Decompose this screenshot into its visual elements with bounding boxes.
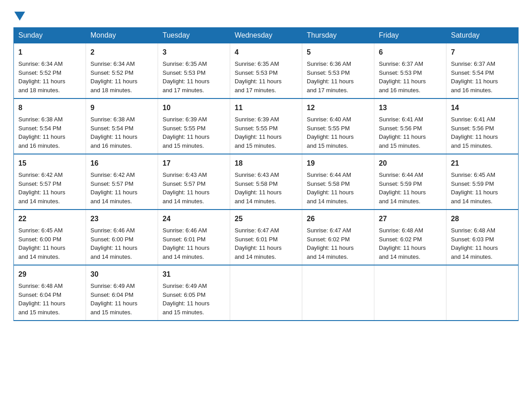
calendar-cell: 1 Sunrise: 6:34 AM Sunset: 5:52 PM Dayli… (14, 43, 86, 99)
day-info: Sunrise: 6:44 AM Sunset: 5:58 PM Dayligh… (307, 171, 354, 205)
day-info: Sunrise: 6:47 AM Sunset: 6:02 PM Dayligh… (307, 227, 354, 260)
logo-triangle-icon (14, 12, 25, 21)
day-number: 9 (90, 103, 153, 113)
calendar-week-5: 29 Sunrise: 6:48 AM Sunset: 6:04 PM Dayl… (14, 265, 519, 321)
day-info: Sunrise: 6:48 AM Sunset: 6:04 PM Dayligh… (18, 283, 65, 316)
day-number: 24 (163, 214, 225, 224)
calendar-cell (446, 265, 519, 321)
calendar-cell: 16 Sunrise: 6:42 AM Sunset: 5:57 PM Dayl… (86, 154, 158, 210)
calendar-week-1: 1 Sunrise: 6:34 AM Sunset: 5:52 PM Dayli… (14, 43, 519, 99)
calendar-cell: 9 Sunrise: 6:38 AM Sunset: 5:54 PM Dayli… (86, 98, 158, 154)
calendar-body: 1 Sunrise: 6:34 AM Sunset: 5:52 PM Dayli… (14, 43, 519, 321)
calendar-cell: 12 Sunrise: 6:40 AM Sunset: 5:55 PM Dayl… (302, 98, 374, 154)
day-info: Sunrise: 6:46 AM Sunset: 6:01 PM Dayligh… (163, 227, 210, 260)
day-number: 5 (307, 47, 369, 58)
day-info: Sunrise: 6:37 AM Sunset: 5:54 PM Dayligh… (451, 60, 498, 94)
logo (13, 9, 26, 19)
day-info: Sunrise: 6:49 AM Sunset: 6:04 PM Dayligh… (90, 283, 137, 316)
calendar-cell: 3 Sunrise: 6:35 AM Sunset: 5:53 PM Dayli… (158, 43, 230, 99)
calendar-cell: 25 Sunrise: 6:47 AM Sunset: 6:01 PM Dayl… (230, 210, 302, 265)
day-info: Sunrise: 6:40 AM Sunset: 5:55 PM Dayligh… (307, 116, 354, 149)
day-number: 22 (18, 214, 81, 224)
day-info: Sunrise: 6:41 AM Sunset: 5:56 PM Dayligh… (451, 116, 498, 149)
day-number: 15 (18, 158, 81, 169)
day-info: Sunrise: 6:44 AM Sunset: 5:59 PM Dayligh… (379, 171, 426, 205)
day-info: Sunrise: 6:35 AM Sunset: 5:53 PM Dayligh… (235, 60, 282, 94)
calendar-cell: 2 Sunrise: 6:34 AM Sunset: 5:52 PM Dayli… (86, 43, 158, 99)
calendar-week-2: 8 Sunrise: 6:38 AM Sunset: 5:54 PM Dayli… (14, 98, 519, 154)
day-number: 30 (90, 269, 153, 280)
calendar-cell (302, 265, 374, 321)
calendar-cell: 10 Sunrise: 6:39 AM Sunset: 5:55 PM Dayl… (158, 98, 230, 154)
day-info: Sunrise: 6:36 AM Sunset: 5:53 PM Dayligh… (307, 60, 354, 94)
calendar-cell: 11 Sunrise: 6:39 AM Sunset: 5:55 PM Dayl… (230, 98, 302, 154)
day-number: 17 (163, 158, 225, 169)
calendar-cell: 19 Sunrise: 6:44 AM Sunset: 5:58 PM Dayl… (302, 154, 374, 210)
calendar-cell: 31 Sunrise: 6:49 AM Sunset: 6:05 PM Dayl… (158, 265, 230, 321)
day-number: 29 (18, 269, 81, 280)
calendar-table: SundayMondayTuesdayWednesdayThursdayFrid… (13, 27, 519, 321)
day-info: Sunrise: 6:43 AM Sunset: 5:58 PM Dayligh… (235, 171, 282, 205)
day-number: 2 (90, 47, 153, 58)
day-info: Sunrise: 6:47 AM Sunset: 6:01 PM Dayligh… (235, 227, 282, 260)
calendar-cell: 28 Sunrise: 6:48 AM Sunset: 6:03 PM Dayl… (446, 210, 519, 265)
day-number: 11 (235, 103, 297, 113)
calendar-cell: 20 Sunrise: 6:44 AM Sunset: 5:59 PM Dayl… (374, 154, 446, 210)
calendar-cell: 21 Sunrise: 6:45 AM Sunset: 5:59 PM Dayl… (446, 154, 519, 210)
calendar-cell: 17 Sunrise: 6:43 AM Sunset: 5:57 PM Dayl… (158, 154, 230, 210)
day-number: 23 (90, 214, 153, 224)
day-number: 10 (163, 103, 225, 113)
day-info: Sunrise: 6:34 AM Sunset: 5:52 PM Dayligh… (18, 60, 65, 94)
calendar-cell: 13 Sunrise: 6:41 AM Sunset: 5:56 PM Dayl… (374, 98, 446, 154)
day-number: 19 (307, 158, 369, 169)
calendar-cell: 29 Sunrise: 6:48 AM Sunset: 6:04 PM Dayl… (14, 265, 86, 321)
day-info: Sunrise: 6:42 AM Sunset: 5:57 PM Dayligh… (18, 171, 65, 205)
day-info: Sunrise: 6:38 AM Sunset: 5:54 PM Dayligh… (18, 116, 65, 149)
day-number: 6 (379, 47, 442, 58)
calendar-cell: 22 Sunrise: 6:45 AM Sunset: 6:00 PM Dayl… (14, 210, 86, 265)
day-info: Sunrise: 6:48 AM Sunset: 6:02 PM Dayligh… (379, 227, 426, 260)
day-info: Sunrise: 6:45 AM Sunset: 5:59 PM Dayligh… (451, 171, 498, 205)
calendar-week-4: 22 Sunrise: 6:45 AM Sunset: 6:00 PM Dayl… (14, 210, 519, 265)
day-info: Sunrise: 6:41 AM Sunset: 5:56 PM Dayligh… (379, 116, 426, 149)
day-number: 3 (163, 47, 225, 58)
calendar-cell: 27 Sunrise: 6:48 AM Sunset: 6:02 PM Dayl… (374, 210, 446, 265)
day-number: 13 (379, 103, 442, 113)
day-number: 25 (235, 214, 297, 224)
calendar-cell: 18 Sunrise: 6:43 AM Sunset: 5:58 PM Dayl… (230, 154, 302, 210)
day-number: 16 (90, 158, 153, 169)
calendar-cell: 14 Sunrise: 6:41 AM Sunset: 5:56 PM Dayl… (446, 98, 519, 154)
day-info: Sunrise: 6:43 AM Sunset: 5:57 PM Dayligh… (163, 171, 210, 205)
day-number: 27 (379, 214, 442, 224)
page-header (13, 9, 519, 19)
calendar-cell: 8 Sunrise: 6:38 AM Sunset: 5:54 PM Dayli… (14, 98, 86, 154)
day-info: Sunrise: 6:42 AM Sunset: 5:57 PM Dayligh… (90, 171, 137, 205)
day-info: Sunrise: 6:45 AM Sunset: 6:00 PM Dayligh… (18, 227, 65, 260)
calendar-cell: 24 Sunrise: 6:46 AM Sunset: 6:01 PM Dayl… (158, 210, 230, 265)
day-info: Sunrise: 6:34 AM Sunset: 5:52 PM Dayligh… (90, 60, 137, 94)
calendar-week-3: 15 Sunrise: 6:42 AM Sunset: 5:57 PM Dayl… (14, 154, 519, 210)
weekday-header-tuesday: Tuesday (158, 28, 230, 43)
day-number: 8 (18, 103, 81, 113)
day-number: 12 (307, 103, 369, 113)
day-number: 14 (451, 103, 514, 113)
calendar-cell: 30 Sunrise: 6:49 AM Sunset: 6:04 PM Dayl… (86, 265, 158, 321)
calendar-cell (230, 265, 302, 321)
day-number: 1 (18, 47, 81, 58)
weekday-header-monday: Monday (86, 28, 158, 43)
calendar-cell (374, 265, 446, 321)
day-number: 20 (379, 158, 442, 169)
weekday-header-wednesday: Wednesday (230, 28, 302, 43)
day-info: Sunrise: 6:35 AM Sunset: 5:53 PM Dayligh… (163, 60, 210, 94)
day-info: Sunrise: 6:46 AM Sunset: 6:00 PM Dayligh… (90, 227, 137, 260)
weekday-header-saturday: Saturday (446, 28, 519, 43)
day-info: Sunrise: 6:37 AM Sunset: 5:53 PM Dayligh… (379, 60, 426, 94)
calendar-cell: 6 Sunrise: 6:37 AM Sunset: 5:53 PM Dayli… (374, 43, 446, 99)
day-number: 7 (451, 47, 514, 58)
calendar-cell: 5 Sunrise: 6:36 AM Sunset: 5:53 PM Dayli… (302, 43, 374, 99)
day-number: 28 (451, 214, 514, 224)
day-info: Sunrise: 6:39 AM Sunset: 5:55 PM Dayligh… (235, 116, 282, 149)
day-number: 18 (235, 158, 297, 169)
weekday-header-sunday: Sunday (14, 28, 86, 43)
day-info: Sunrise: 6:48 AM Sunset: 6:03 PM Dayligh… (451, 227, 498, 260)
